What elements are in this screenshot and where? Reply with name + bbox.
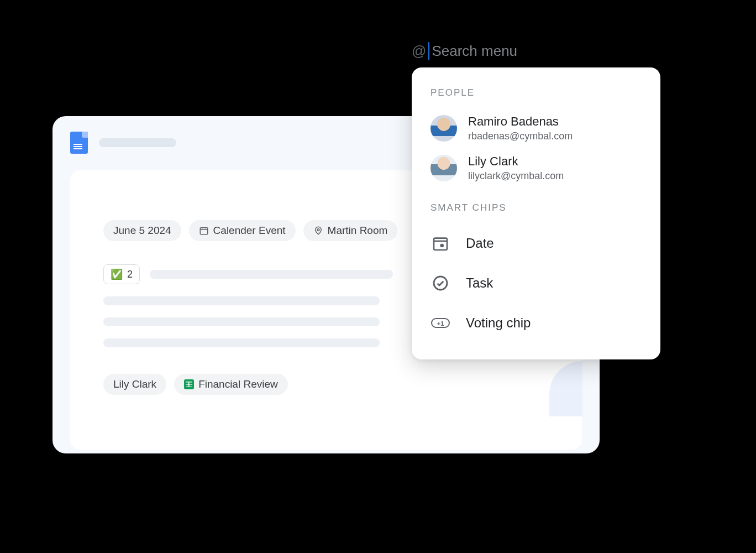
chip-date-label: June 5 2024 — [113, 225, 171, 237]
chip-option-task[interactable]: Task — [412, 263, 660, 303]
person-option-ramiro[interactable]: Ramiro Badenas rbadenas@cymbal.com — [412, 108, 660, 148]
task-icon — [431, 273, 450, 293]
text-cursor — [428, 42, 429, 60]
checkmark-emoji-icon: ✅ — [111, 268, 123, 280]
chip-option-label: Date — [466, 236, 494, 251]
google-sheets-icon — [184, 379, 194, 389]
text-placeholder — [103, 317, 380, 326]
chip-file-financial-review[interactable]: Financial Review — [174, 374, 288, 395]
person-email: rbadenas@cymbal.com — [468, 130, 573, 143]
chip-option-label: Task — [466, 275, 493, 291]
svg-text:+1: +1 — [437, 320, 444, 327]
text-placeholder — [150, 270, 393, 279]
avatar — [431, 155, 457, 181]
bottom-chip-row: Lily Clark Financial Review — [103, 374, 549, 395]
menu-section-smart-chips: SMART CHIPS — [412, 188, 660, 223]
date-icon — [431, 233, 450, 253]
chip-option-label: Voting chip — [466, 315, 531, 331]
google-docs-icon — [70, 132, 88, 154]
person-name: Lily Clark — [468, 154, 564, 170]
person-email: lilyclark@cymbal.com — [468, 170, 564, 182]
doc-title-placeholder — [99, 138, 176, 147]
location-icon — [313, 226, 323, 236]
chip-person-label: Lily Clark — [113, 378, 156, 390]
svg-rect-2 — [434, 238, 447, 250]
chip-option-voting[interactable]: +1 Voting chip — [412, 303, 660, 343]
chip-location-label: Martin Room — [328, 225, 388, 237]
calendar-icon — [199, 226, 209, 236]
text-placeholder — [103, 296, 380, 305]
page-corner-decoration — [549, 361, 582, 416]
text-placeholder — [103, 338, 380, 347]
chip-location[interactable]: Martin Room — [303, 220, 398, 241]
menu-section-people: PEOPLE — [412, 84, 660, 108]
svg-point-1 — [317, 229, 319, 231]
search-placeholder: Search menu — [432, 43, 517, 60]
at-symbol: @ — [412, 43, 426, 60]
chip-file-label: Financial Review — [198, 378, 278, 390]
chip-date[interactable]: June 5 2024 — [103, 220, 181, 241]
plus-one-icon: +1 — [431, 313, 450, 333]
avatar — [431, 115, 457, 142]
at-mention-input[interactable]: @ Search menu — [412, 42, 517, 60]
chip-calendar-label: Calender Event — [213, 225, 286, 237]
person-option-lily[interactable]: Lily Clark lilyclark@cymbal.com — [412, 148, 660, 188]
chip-option-date[interactable]: Date — [412, 223, 660, 263]
vote-count: 2 — [127, 269, 133, 280]
person-name: Ramiro Badenas — [468, 114, 573, 130]
chip-person-lily[interactable]: Lily Clark — [103, 374, 166, 395]
mention-menu: PEOPLE Ramiro Badenas rbadenas@cymbal.co… — [412, 67, 660, 359]
svg-point-3 — [440, 244, 444, 248]
svg-rect-0 — [200, 228, 208, 234]
chip-calendar-event[interactable]: Calender Event — [189, 220, 296, 241]
vote-chip[interactable]: ✅ 2 — [103, 264, 140, 284]
